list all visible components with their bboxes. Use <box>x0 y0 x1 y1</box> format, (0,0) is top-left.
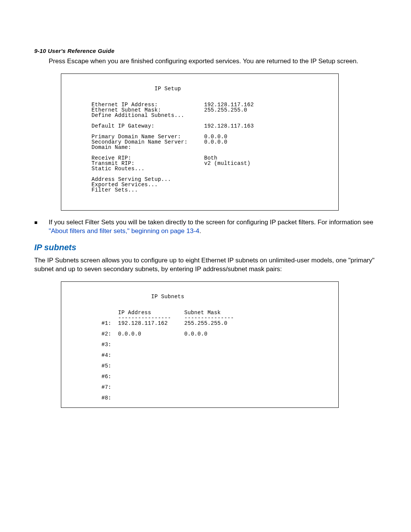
subnets-paragraph: The IP Subnets screen allows you to conf… <box>34 256 377 274</box>
section-heading-ip-subnets: IP subnets <box>34 243 377 252</box>
ip-setup-terminal: IP Setup Ethernet IP Address: 192.128.11… <box>61 73 339 211</box>
bullet-post: . <box>199 227 201 235</box>
bullet-filter-sets: ■ If you select Filter Sets you will be … <box>34 218 377 236</box>
page-header: 9-10 User's Reference Guide <box>34 48 377 54</box>
intro-paragraph: Press Escape when you are finished confi… <box>34 57 377 66</box>
bullet-pre: If you select Filter Sets you will be ta… <box>49 219 373 226</box>
ip-subnets-terminal: IP Subnets IP Address Subnet Mask ------… <box>61 281 339 408</box>
document-page: 9-10 User's Reference Guide Press Escape… <box>0 0 411 532</box>
xref-link[interactable]: "About filters and filter sets," beginni… <box>49 227 199 235</box>
bullet-square-icon: ■ <box>34 218 49 227</box>
bullet-text: If you select Filter Sets you will be ta… <box>49 218 377 236</box>
